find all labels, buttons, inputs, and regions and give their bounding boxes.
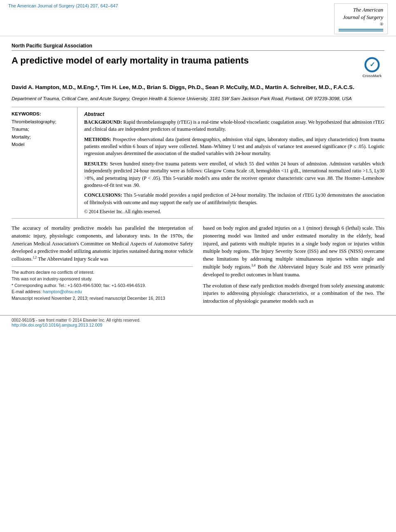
abstract-column: Abstract BACKGROUND: Rapid thrombelastog…	[78, 107, 384, 218]
section-tag: North Pacific Surgical Association	[12, 43, 384, 51]
body-left-para-1: The accuracy of mortality predictive mod…	[12, 224, 193, 263]
bottom-bar: 0002-9610/$ - see front matter © 2014 El…	[0, 315, 396, 329]
svg-text:✓: ✓	[370, 61, 375, 68]
methods-label: METHODS:	[84, 137, 111, 142]
crossmark-box: ✓ CrossMark	[360, 56, 384, 79]
keywords-list: Thrombelastography; Trauma; Mortality; M…	[12, 118, 73, 148]
results-text: Seven hundred ninety-five trauma patient…	[84, 161, 384, 188]
body-columns: The accuracy of mortality predictive mod…	[12, 224, 384, 308]
crossmark-label: CrossMark	[363, 74, 382, 79]
doi-link[interactable]: http://dx.doi.org/10.1016/j.amjsurg.2013…	[12, 322, 141, 327]
bottom-copyright: 0002-9610/$ - see front matter © 2014 El…	[12, 318, 141, 322]
footnote-corresponding: * Corresponding author. Tel.: +1-503-494…	[12, 282, 193, 289]
results-label: RESULTS:	[84, 161, 108, 167]
journal-reference: The American Journal of Surgery (2014) 2…	[8, 3, 118, 8]
body-right-column: based on body region and graded injuries…	[203, 224, 384, 308]
article-title: A predictive model of early mortality in…	[12, 55, 249, 67]
footnote-conflicts: The authors declare no conflicts of inte…	[12, 269, 193, 276]
keyword-3: Mortality;	[12, 133, 73, 141]
footnote-manuscript: Manuscript received November 2, 2013; re…	[12, 295, 193, 302]
background-label: BACKGROUND:	[84, 119, 122, 125]
keywords-title: KEYWORDS:	[12, 111, 73, 116]
body-right-para-1: based on body region and graded injuries…	[203, 224, 384, 278]
conclusions-text: This 5-variable model provides a rapid p…	[84, 192, 384, 205]
body-right-para-2: The evolution of these early prediction …	[203, 282, 384, 305]
abstract-methods: METHODS: Prospective observational data …	[84, 136, 384, 158]
abstract-keywords-row: KEYWORDS: Thrombelastography; Trauma; Mo…	[12, 107, 384, 219]
crossmark-icon: ✓	[364, 56, 380, 73]
email-link[interactable]: hampton@ohsu.edu	[43, 289, 82, 294]
footnote-email: E-mail address: hampton@ohsu.edu	[12, 289, 193, 295]
abstract-results: RESULTS: Seven hundred ninety-five traum…	[84, 160, 384, 189]
abstract-conclusions: CONCLUSIONS: This 5-variable model provi…	[84, 192, 384, 206]
keywords-column: KEYWORDS: Thrombelastography; Trauma; Mo…	[12, 107, 78, 218]
keyword-2: Trauma;	[12, 125, 73, 133]
affiliation: Department of Trauma, Critical Care, and…	[12, 95, 384, 102]
footnotes: The authors declare no conflicts of inte…	[12, 266, 193, 302]
journal-logo-title: The American Journal of Surgery ®	[339, 6, 383, 28]
methods-text: Prospective observational data (patient …	[84, 137, 384, 157]
main-content: North Pacific Surgical Association A pre…	[0, 36, 396, 315]
background-text: Rapid thrombelastography (rTEG) is a rea…	[84, 119, 384, 132]
keyword-4: Model	[12, 141, 73, 148]
abstract-heading: Abstract	[84, 111, 384, 117]
footnote-industry: This was not an industry-sponsored study…	[12, 276, 193, 282]
journal-logo: The American Journal of Surgery ®	[334, 3, 388, 34]
body-left-column: The accuracy of mortality predictive mod…	[12, 224, 193, 308]
authors: David A. Hampton, M.D., M.Eng.*, Tim H. …	[12, 83, 384, 92]
abstract-background: BACKGROUND: Rapid thrombelastography (rT…	[84, 119, 384, 133]
conclusions-label: CONCLUSIONS:	[84, 192, 122, 198]
logo-underline	[339, 29, 383, 30]
top-bar: The American Journal of Surgery (2014) 2…	[0, 0, 396, 36]
abstract-copyright: © 2014 Elsevier Inc. All rights reserved…	[84, 209, 384, 214]
article-title-row: A predictive model of early mortality in…	[12, 55, 384, 79]
keyword-1: Thrombelastography;	[12, 118, 73, 125]
